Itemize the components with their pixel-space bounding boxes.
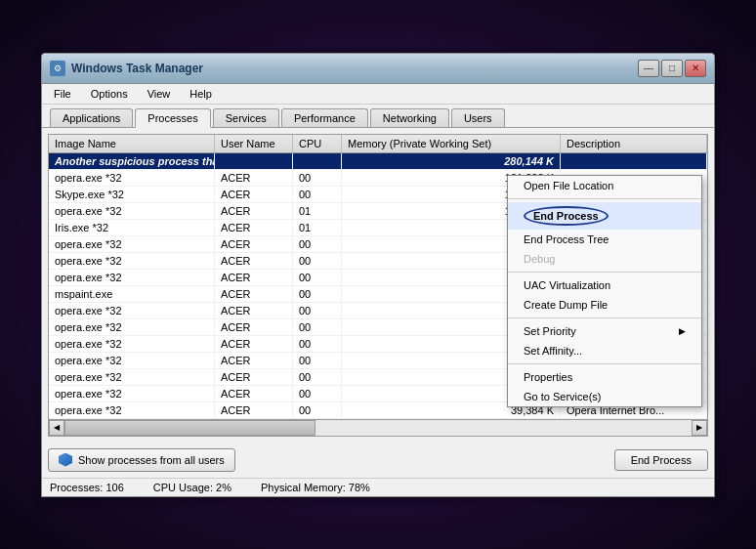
ctx-item-uac-virtualization[interactable]: UAC Virtualization — [508, 275, 701, 295]
selected-memory: 280,144 K — [342, 153, 561, 169]
scroll-right-button[interactable]: ▶ — [692, 420, 707, 436]
ctx-item-set-priority[interactable]: Set Priority▶ — [508, 321, 701, 341]
menu-help[interactable]: Help — [186, 86, 216, 102]
title-bar: ⚙ Windows Task Manager — □ ✕ — [42, 54, 714, 84]
row-cpu: 00 — [293, 270, 342, 285]
maximize-button[interactable]: □ — [661, 60, 683, 77]
row-user: ACER — [215, 286, 293, 302]
ctx-item-open-file-location[interactable]: Open File Location — [508, 176, 701, 195]
horizontal-scrollbar[interactable]: ◀ ▶ — [49, 419, 707, 436]
row-cpu: 00 — [293, 353, 342, 368]
status-cpu: CPU Usage: 2% — [153, 482, 231, 493]
row-image-name: opera.exe *32 — [49, 253, 215, 269]
show-processes-button[interactable]: Show processes from all users — [48, 448, 235, 472]
content-area: Image Name User Name CPU Memory (Private… — [42, 128, 714, 443]
ctx-item-end-process[interactable]: End Process — [508, 202, 701, 230]
ctx-label: UAC Virtualization — [524, 279, 610, 291]
table-header: Image Name User Name CPU Memory (Private… — [49, 135, 707, 153]
selected-process-row[interactable]: Another suspicious process that's not wu… — [49, 153, 707, 170]
context-menu: Open File LocationEnd ProcessEnd Process… — [507, 175, 702, 407]
scroll-left-button[interactable]: ◀ — [49, 420, 64, 436]
row-cpu: 00 — [293, 336, 342, 352]
ctx-label: Properties — [524, 371, 572, 383]
row-image-name: Skype.exe *32 — [49, 187, 215, 202]
status-bar: Processes: 106 CPU Usage: 2% Physical Me… — [42, 478, 714, 496]
ctx-label: Create Dump File — [524, 299, 608, 311]
col-cpu[interactable]: CPU — [293, 135, 342, 152]
close-button[interactable]: ✕ — [685, 60, 706, 77]
row-cpu: 00 — [293, 402, 342, 418]
row-user: ACER — [215, 170, 293, 186]
row-image-name: Iris.exe *32 — [49, 220, 215, 235]
menu-view[interactable]: View — [144, 86, 175, 102]
col-user-name[interactable]: User Name — [215, 135, 293, 152]
status-memory: Physical Memory: 78% — [261, 482, 370, 493]
row-user: ACER — [215, 319, 293, 335]
col-memory[interactable]: Memory (Private Working Set) — [342, 135, 561, 152]
minimize-button[interactable]: — — [638, 60, 659, 77]
row-user: ACER — [215, 203, 293, 219]
row-image-name: opera.exe *32 — [49, 369, 215, 385]
col-image-name[interactable]: Image Name — [49, 135, 215, 152]
menu-options[interactable]: Options — [87, 86, 132, 102]
context-menu-separator — [508, 272, 701, 273]
row-cpu: 00 — [293, 286, 342, 302]
scroll-track[interactable] — [64, 420, 692, 436]
row-image-name: opera.exe *32 — [49, 353, 215, 368]
ctx-item-create-dump-file[interactable]: Create Dump File — [508, 295, 701, 315]
row-image-name: opera.exe *32 — [49, 336, 215, 352]
tab-processes[interactable]: Processes — [135, 108, 210, 128]
end-process-label: End Process — [524, 206, 609, 226]
row-user: ACER — [215, 369, 293, 385]
ctx-label: Set Priority — [524, 325, 576, 337]
ctx-item-set-affinity...[interactable]: Set Affinity... — [508, 341, 701, 360]
ctx-label: Go to Service(s) — [524, 391, 601, 402]
scroll-thumb[interactable] — [64, 420, 315, 436]
row-image-name: opera.exe *32 — [49, 203, 215, 219]
row-image-name: opera.exe *32 — [49, 386, 215, 401]
row-user: ACER — [215, 253, 293, 269]
row-cpu: 00 — [293, 253, 342, 269]
bottom-bar: Show processes from all users End Proces… — [42, 443, 714, 478]
context-menu-separator — [508, 198, 701, 199]
menu-file[interactable]: File — [50, 86, 75, 102]
tab-services[interactable]: Services — [213, 108, 279, 127]
row-user: ACER — [215, 187, 293, 202]
end-process-button[interactable]: End Process — [614, 449, 708, 471]
selected-user — [215, 153, 293, 169]
row-image-name: opera.exe *32 — [49, 236, 215, 252]
row-cpu: 00 — [293, 170, 342, 186]
selected-image-name: Another suspicious process that's not wu… — [49, 153, 215, 169]
tab-performance[interactable]: Performance — [281, 108, 368, 127]
row-image-name: opera.exe *32 — [49, 319, 215, 335]
ctx-item-go-to-service(s)[interactable]: Go to Service(s) — [508, 387, 701, 406]
selected-desc — [561, 153, 707, 169]
row-user: ACER — [215, 402, 293, 418]
ctx-item-end-process-tree[interactable]: End Process Tree — [508, 230, 701, 249]
row-cpu: 01 — [293, 203, 342, 219]
title-bar-left: ⚙ Windows Task Manager — [50, 61, 203, 76]
menu-bar: File Options View Help — [42, 84, 714, 105]
row-user: ACER — [215, 353, 293, 368]
ctx-item-debug: Debug — [508, 249, 701, 269]
row-image-name: opera.exe *32 — [49, 170, 215, 186]
row-image-name: opera.exe *32 — [49, 303, 215, 318]
row-cpu: 01 — [293, 220, 342, 235]
row-cpu: 00 — [293, 369, 342, 385]
row-image-name: opera.exe *32 — [49, 270, 215, 285]
row-user: ACER — [215, 336, 293, 352]
row-user: ACER — [215, 220, 293, 235]
task-manager-window: ⚙ Windows Task Manager — □ ✕ File Option… — [41, 53, 715, 497]
row-user: ACER — [215, 303, 293, 318]
tab-applications[interactable]: Applications — [50, 108, 133, 127]
ctx-item-properties[interactable]: Properties — [508, 367, 701, 387]
title-buttons: — □ ✕ — [638, 60, 706, 77]
col-description[interactable]: Description — [561, 135, 707, 152]
row-cpu: 00 — [293, 236, 342, 252]
tab-users[interactable]: Users — [451, 108, 505, 127]
tab-networking[interactable]: Networking — [370, 108, 449, 127]
context-menu-separator — [508, 363, 701, 364]
window-icon: ⚙ — [50, 61, 65, 76]
ctx-label: Debug — [524, 253, 555, 265]
row-cpu: 00 — [293, 386, 342, 401]
